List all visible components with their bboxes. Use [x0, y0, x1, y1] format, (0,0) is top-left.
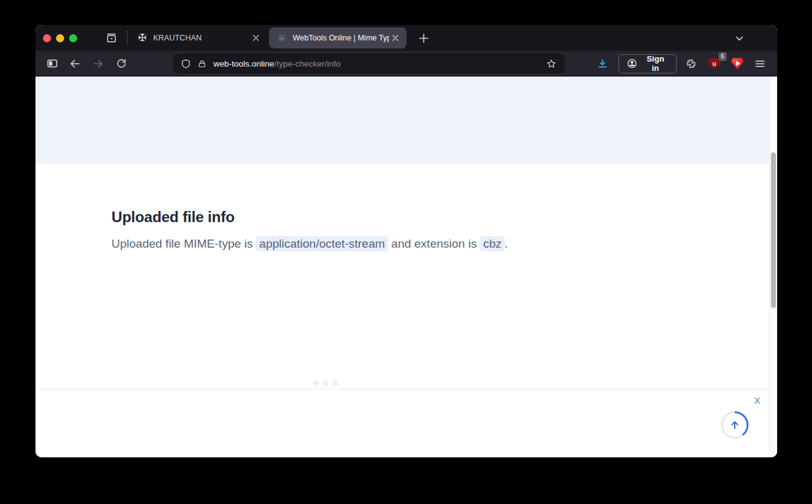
downloads-button[interactable]: [593, 54, 612, 73]
file-info-prefix: Uploaded file MIME-type is: [111, 237, 256, 250]
page-title: Uploaded file info: [111, 208, 235, 226]
url-bar[interactable]: web-tools.online/type-checker/info: [173, 54, 565, 73]
close-icon: [392, 34, 399, 42]
back-button[interactable]: [66, 54, 85, 73]
close-window-button[interactable]: [43, 34, 51, 42]
scroll-to-top-button[interactable]: [721, 411, 748, 439]
url-path: /type-checker/info: [274, 59, 341, 68]
application-menu-button[interactable]: [751, 54, 770, 73]
loading-dot: [313, 380, 319, 386]
chevron-down-icon: [735, 34, 744, 43]
ublock-badge: 6: [719, 52, 727, 61]
extensions-button[interactable]: [682, 54, 701, 73]
ublock-letter: u: [712, 60, 716, 67]
list-all-tabs-button[interactable]: [730, 29, 748, 47]
ad-area-divider: [35, 389, 769, 390]
fullscreen-window-button[interactable]: [69, 34, 77, 42]
scrollbar-track[interactable]: [769, 77, 777, 457]
ublock-origin-button[interactable]: u 6: [705, 54, 724, 73]
browser-window: ✠ KRAUTCHAN ⚙ WebTools Online | Mime Typ…: [35, 25, 777, 457]
window-controls: [35, 34, 77, 42]
adblock-youtube-button[interactable]: [728, 54, 747, 73]
tab-title: WebTools Online | Mime Type Ch: [293, 34, 389, 42]
ad-close-link[interactable]: X: [752, 394, 763, 407]
close-tab-button[interactable]: [250, 32, 262, 44]
ad-loading-dots: [313, 380, 338, 386]
minimize-window-button[interactable]: [56, 34, 64, 42]
navigation-toolbar: web-tools.online/type-checker/info: [35, 51, 777, 77]
tab-separator: [127, 30, 128, 45]
new-tab-button[interactable]: [414, 29, 433, 47]
back-arrow-icon: [69, 58, 81, 70]
reload-icon: [116, 58, 127, 69]
file-info-suffix: .: [505, 237, 508, 250]
play-triangle-icon: [736, 61, 740, 66]
file-info-text: Uploaded file MIME-type is application/o…: [111, 237, 508, 251]
mime-type-value: application/octet-stream: [256, 236, 388, 251]
scrollbar-thumb[interactable]: [771, 152, 776, 308]
extension-value: cbz: [480, 236, 505, 251]
loading-dot: [332, 380, 338, 386]
firefox-view-icon: [105, 32, 118, 44]
tab-title: KRAUTCHAN: [153, 34, 250, 42]
close-tab-button[interactable]: [389, 32, 402, 44]
tab-bar: ✠ KRAUTCHAN ⚙ WebTools Online | Mime Typ…: [35, 25, 777, 51]
plus-icon: [419, 34, 428, 43]
gear-favicon-icon: ⚙: [276, 33, 287, 44]
adblock-youtube-icon: [731, 57, 744, 70]
reload-button[interactable]: [112, 54, 131, 73]
star-icon: [546, 58, 557, 69]
loading-dot: [323, 380, 329, 386]
file-info-middle: and extension is: [388, 237, 480, 250]
page-content: Uploaded file info Uploaded file MIME-ty…: [35, 77, 777, 457]
puzzle-piece-icon: [686, 58, 697, 69]
lock-icon[interactable]: [197, 59, 207, 68]
sidebar-toggle-button[interactable]: [43, 54, 62, 73]
desktop-background: ✠ KRAUTCHAN ⚙ WebTools Online | Mime Typ…: [0, 0, 812, 504]
url-host: web-tools.online: [214, 59, 275, 68]
tab-webtools-active[interactable]: ⚙ WebTools Online | Mime Type Ch: [269, 27, 407, 49]
sign-in-button[interactable]: Sign in: [618, 54, 677, 73]
account-icon: [626, 58, 638, 69]
arrow-up-icon: [729, 419, 741, 431]
maltese-cross-favicon-icon: ✠: [137, 33, 148, 44]
bookmark-star-button[interactable]: [544, 55, 560, 72]
close-icon: [252, 34, 260, 42]
forward-arrow-icon: [92, 58, 104, 70]
hamburger-menu-icon: [755, 58, 765, 69]
tab-krautchan[interactable]: ✠ KRAUTCHAN: [130, 27, 267, 49]
tracking-protection-shield-icon[interactable]: [181, 58, 191, 69]
download-icon: [597, 58, 608, 70]
firefox-view-button[interactable]: [102, 29, 121, 47]
page-top-banner: [35, 77, 777, 164]
forward-button[interactable]: [89, 54, 108, 73]
scroll-progress-ring-inner: [723, 413, 747, 437]
sidebar-icon: [46, 57, 59, 70]
scroll-progress-ring: [721, 411, 748, 439]
sign-in-label: Sign in: [642, 54, 669, 73]
